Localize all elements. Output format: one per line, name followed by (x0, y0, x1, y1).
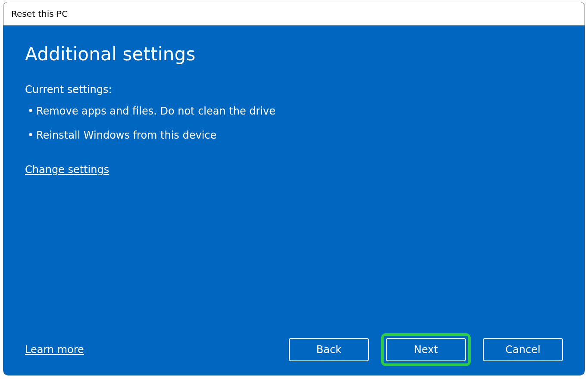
next-button[interactable]: Next (386, 338, 466, 361)
cancel-button[interactable]: Cancel (483, 338, 563, 361)
highlight-annotation: Next (381, 333, 471, 366)
list-item: Reinstall Windows from this device (25, 129, 563, 141)
content-area: Additional settings Current settings: Re… (3, 25, 585, 375)
footer-right: Back Next Cancel (289, 338, 563, 361)
list-item: Remove apps and files. Do not clean the … (25, 105, 563, 117)
settings-list: Remove apps and files. Do not clean the … (25, 105, 563, 153)
learn-more-link[interactable]: Learn more (25, 344, 84, 356)
dialog-window: Reset this PC Additional settings Curren… (3, 2, 585, 375)
page-heading: Additional settings (25, 43, 563, 65)
footer: Learn more Back Next Cancel (25, 338, 563, 361)
back-button[interactable]: Back (289, 338, 369, 361)
change-settings-link[interactable]: Change settings (25, 164, 109, 176)
footer-left: Learn more (25, 344, 84, 356)
title-bar: Reset this PC (3, 2, 585, 25)
window-title: Reset this PC (11, 9, 68, 19)
current-settings-label: Current settings: (25, 84, 563, 96)
